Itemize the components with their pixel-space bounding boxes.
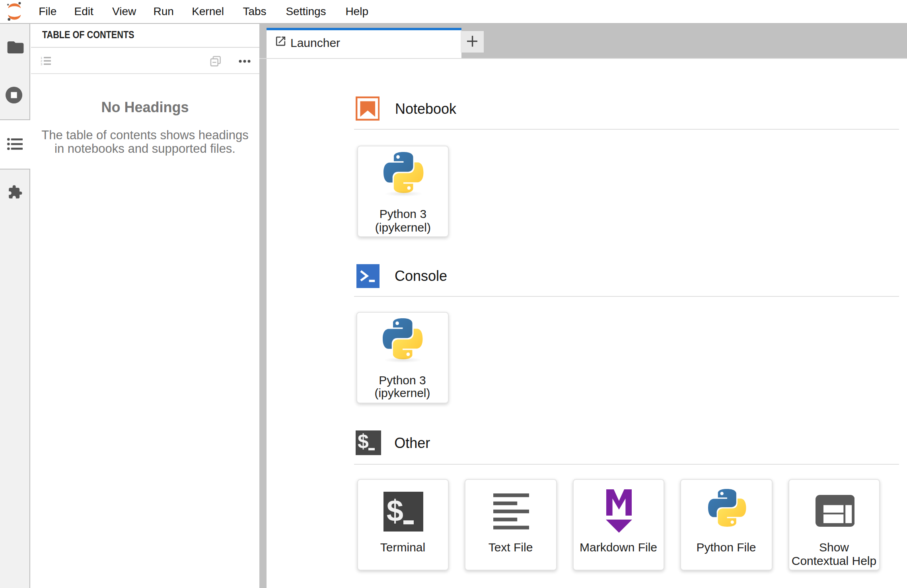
svg-text:3: 3 — [40, 62, 42, 65]
